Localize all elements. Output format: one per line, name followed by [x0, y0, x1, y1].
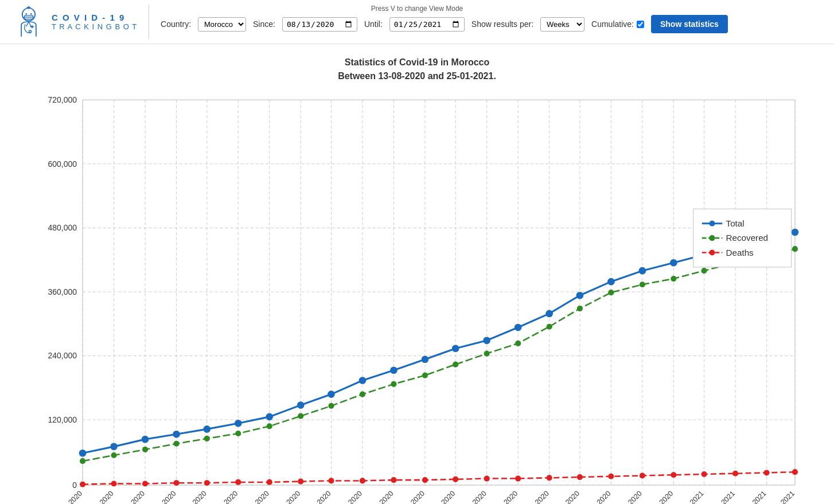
svg-text:16-11-2020: 16-11-2020 — [456, 489, 488, 504]
svg-text:14-12-2020: 14-12-2020 — [580, 489, 613, 504]
controls-area: Country: Morocco France Spain Since: Unt… — [161, 15, 728, 33]
svg-text:23-11-2020: 23-11-2020 — [488, 489, 520, 504]
recovered-dot — [453, 362, 458, 368]
deaths-dot — [235, 479, 241, 485]
deaths-dot — [422, 477, 428, 483]
chart-svg: 0 120,000 240,000 360,000 480,000 600,00… — [17, 85, 817, 504]
svg-text:07-12-2020: 07-12-2020 — [549, 489, 581, 504]
svg-text:28-09-2020: 28-09-2020 — [239, 489, 271, 504]
svg-text:14-09-2020: 14-09-2020 — [176, 489, 208, 504]
svg-text:120,000: 120,000 — [48, 415, 77, 424]
total-dot — [390, 366, 397, 374]
chart-container: 0 120,000 240,000 360,000 480,000 600,00… — [17, 85, 817, 504]
cumulative-label: Cumulative: — [591, 19, 634, 29]
recovered-dot — [792, 246, 798, 252]
recovered-dot — [640, 282, 645, 287]
deaths-dot — [360, 478, 365, 483]
svg-text:11-01-2021: 11-01-2021 — [704, 489, 736, 504]
recovered-dot — [608, 290, 614, 295]
recovered-dot — [360, 392, 365, 397]
total-dot — [670, 259, 677, 267]
svg-point-82 — [709, 249, 715, 255]
recovered-dot — [391, 381, 396, 387]
deaths-dot — [204, 480, 210, 486]
since-date-input[interactable] — [282, 17, 357, 32]
deaths-dot — [328, 478, 334, 483]
total-dot — [79, 450, 87, 457]
deaths-dot — [515, 476, 521, 482]
country-select[interactable]: Morocco France Spain — [198, 17, 246, 32]
recovered-dot — [484, 351, 490, 357]
logo-line2: T R A C K I N G B O T — [52, 22, 137, 31]
legend-total-label: Total — [726, 218, 745, 228]
recovered-dot — [111, 452, 116, 458]
recovered-dot — [298, 413, 303, 419]
svg-text:26-10-2020: 26-10-2020 — [363, 489, 395, 504]
svg-point-6 — [25, 13, 27, 15]
svg-rect-13 — [83, 100, 795, 485]
svg-text:05-10-2020: 05-10-2020 — [270, 489, 302, 504]
recovered-dot — [515, 341, 521, 346]
total-dot — [328, 390, 335, 398]
until-date-input[interactable] — [389, 17, 465, 32]
svg-text:24-08-2020: 24-08-2020 — [83, 489, 115, 504]
recovered-dot — [80, 458, 85, 464]
svg-text:30-11-2020: 30-11-2020 — [519, 489, 551, 504]
show-statistics-button[interactable]: Show statistics — [651, 15, 728, 33]
legend-recovered-label: Recovered — [726, 233, 768, 243]
deaths-dot — [608, 474, 614, 479]
legend-deaths-label: Deaths — [726, 248, 754, 257]
since-label: Since: — [253, 19, 275, 29]
recovered-dot — [422, 373, 428, 378]
cumulative-checkbox[interactable] — [637, 21, 644, 28]
deaths-dot — [763, 470, 769, 475]
svg-text:09-11-2020: 09-11-2020 — [425, 489, 457, 504]
recovered-dot — [547, 324, 552, 330]
svg-text:21-09-2020: 21-09-2020 — [208, 489, 240, 504]
chart-section: Statistics of Covid-19 in Morocco Betwee… — [0, 44, 834, 504]
total-dot — [359, 377, 367, 384]
svg-point-78 — [709, 221, 715, 226]
recovered-dot — [204, 436, 210, 442]
svg-text:21-12-2020: 21-12-2020 — [611, 489, 644, 504]
recovered-dot — [671, 276, 676, 282]
results-per-label: Show results per: — [471, 19, 533, 29]
recovered-dot — [328, 403, 334, 409]
svg-text:240,000: 240,000 — [48, 351, 77, 360]
total-dot — [639, 267, 646, 275]
total-dot — [422, 355, 429, 363]
total-dot — [173, 431, 180, 438]
logo-area: C O V I D - 1 9 T R A C K I N G B O T — [11, 5, 149, 39]
svg-point-7 — [30, 13, 32, 15]
svg-text:07-09-2020: 07-09-2020 — [146, 489, 178, 504]
total-dot — [297, 401, 305, 409]
doctor-icon — [11, 5, 46, 39]
recovered-dot — [173, 441, 179, 447]
svg-text:720,000: 720,000 — [48, 95, 77, 104]
total-dot — [142, 436, 149, 443]
svg-text:0: 0 — [72, 480, 77, 490]
svg-point-80 — [709, 235, 715, 241]
recovered-dot — [267, 423, 272, 429]
total-dot — [607, 278, 615, 286]
chart-title-line2: Between 13-08-2020 and 25-01-2021. — [17, 69, 817, 83]
total-dot — [203, 425, 211, 433]
total-dot — [545, 310, 553, 318]
logo-line1: C O V I D - 1 9 — [52, 13, 137, 22]
svg-text:17-08-2020: 17-08-2020 — [52, 489, 84, 504]
deaths-dot — [298, 479, 303, 485]
recovered-dot — [702, 268, 707, 274]
total-dot — [110, 443, 118, 450]
deaths-dot — [391, 477, 396, 483]
svg-text:04-01-2021: 04-01-2021 — [673, 489, 706, 504]
cumulative-area: Cumulative: — [591, 19, 644, 29]
svg-text:480,000: 480,000 — [48, 223, 77, 232]
recovered-dot — [235, 431, 241, 436]
total-dot — [483, 337, 490, 344]
results-per-select[interactable]: Weeks Days Months — [540, 17, 584, 32]
deaths-dot — [484, 476, 490, 482]
svg-rect-2 — [28, 6, 29, 9]
svg-text:360,000: 360,000 — [48, 287, 77, 296]
deaths-dot — [111, 480, 116, 486]
deaths-dot — [702, 471, 707, 477]
